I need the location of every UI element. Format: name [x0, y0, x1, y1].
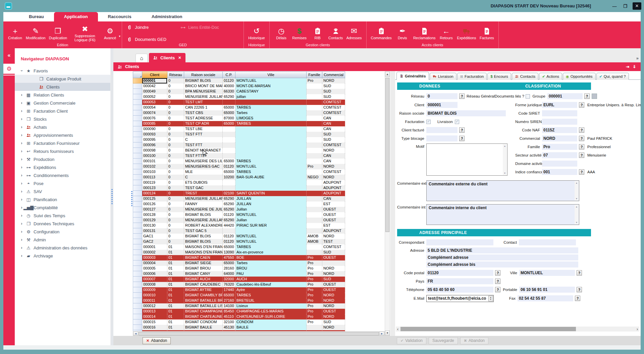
row-selector[interactable]: [133, 137, 142, 142]
sidebar-item-retours-fournisseurs[interactable]: ›↩Retours fournisseurs: [15, 147, 110, 155]
table-row-000093-0[interactable]: 0000930TEST FTTSUD: [133, 132, 346, 137]
sidebar-item-achats[interactable]: ›Achats: [15, 123, 110, 131]
row-selector[interactable]: [133, 207, 142, 212]
tab-overflow-icon[interactable]: »: [636, 56, 638, 61]
scroll-left-icon[interactable]: ‹: [396, 327, 400, 332]
sidebar-item-administration-des-donnees[interactable]: ›⚠Administration des données: [15, 244, 110, 252]
button-commandes[interactable]: Commandes: [369, 26, 393, 40]
table-row-000013-01[interactable]: 00001301BIGMAT CHAMPAGNE-LE85450CHAMPAGN…: [133, 309, 346, 314]
textarea-scrollbar[interactable]: ▲▼: [575, 205, 579, 224]
row-selector[interactable]: [133, 250, 142, 255]
scrollbar-thumb[interactable]: [139, 332, 379, 336]
row-selector[interactable]: [133, 293, 142, 298]
table-row-000004-01[interactable]: 00000401BIGMAT SIEGE65000TarbesPro: [133, 260, 346, 266]
scroll-right-icon[interactable]: ›: [635, 327, 639, 332]
scrollbar-thumb[interactable]: [385, 78, 389, 232]
table-row-000011-01[interactable]: 00001101BIGMAT BATAILLE BRET27160BRETEUI…: [133, 298, 346, 303]
detail-tab-actions[interactable]: ✔Actions: [539, 73, 562, 80]
sidebar-item-admin[interactable]: ›⚒Admin: [15, 236, 110, 244]
groupe-lookup-button[interactable]: ?: [584, 94, 590, 99]
row-selector[interactable]: [133, 185, 142, 191]
numero-siren-field[interactable]: [542, 119, 577, 125]
table-horizontal-scrollbar[interactable]: ◄ ►: [133, 331, 385, 336]
commercial-field[interactable]: NORD: [542, 135, 577, 141]
adresse-ligne1-field[interactable]: 5 BLD DE L'INDUSTRIE: [426, 247, 578, 253]
sidebar-item-facturation-client[interactable]: ›⊞Facturation Client: [15, 107, 110, 115]
sidebar-item-comptabilite[interactable]: ›▂▅▇Comptabilité: [15, 203, 110, 212]
table-row-000003-01[interactable]: 00000301BIGMAT CAEN47550BOEProOUEST: [133, 255, 346, 260]
table-row-000102-0[interactable]: 0001020MENUISERIES GAC01120MONTLUELProNO…: [133, 164, 346, 169]
button-adresses[interactable]: ✉Adresses: [345, 26, 364, 40]
chevron-right-icon[interactable]: ›: [19, 229, 24, 234]
commentaire-ext-textarea[interactable]: Commentaire externe du client ▲▼: [426, 180, 579, 201]
table-row-000098-0[interactable]: 0000980BENOIT MORANDETNORD: [133, 148, 346, 153]
sidebar-item-favoris[interactable]: ›★Favoris: [15, 67, 110, 75]
sidebar-item-facturation-fournisseur[interactable]: ›⊞Facturation Fournisseur: [15, 139, 110, 147]
chevron-right-icon[interactable]: ›: [19, 197, 24, 202]
minimize-button[interactable]: —: [611, 4, 618, 9]
sidebar-item-donnees-techniques[interactable]: ›❒Données Techniques: [15, 220, 110, 228]
sidebar-item-pose[interactable]: ›◓Pose: [15, 179, 110, 187]
close-tab-icon[interactable]: ✕: [178, 56, 181, 60]
tab-home[interactable]: ⌂: [136, 54, 148, 62]
row-selector[interactable]: [133, 89, 142, 94]
chevron-right-icon[interactable]: ›: [19, 221, 24, 226]
email-spinner[interactable]: ▲▼: [488, 296, 493, 301]
sidebar-item-conditionnements[interactable]: ›⊶Conditionnements: [15, 171, 110, 179]
chevron-right-icon[interactable]: ›: [19, 141, 24, 145]
row-selector[interactable]: [133, 325, 142, 330]
code-postal-field[interactable]: 01120: [426, 270, 493, 276]
chevron-right-icon[interactable]: ›: [19, 109, 24, 113]
menu-tab-administration[interactable]: Administration: [142, 12, 193, 21]
scroll-down-icon[interactable]: ▼: [385, 331, 390, 336]
email-field[interactable]: test@test.fr,fhoubert@elcia.co ▲▼: [426, 295, 494, 302]
detail-tab-encours[interactable]: $Encours: [487, 73, 511, 80]
pays-lookup-button[interactable]: ?: [495, 279, 500, 284]
row-selector[interactable]: [133, 223, 142, 228]
pays-field[interactable]: FR: [426, 278, 493, 284]
fax-lookup-button[interactable]: ?: [575, 296, 580, 301]
row-selector[interactable]: [133, 78, 142, 83]
column-header-commercial[interactable]: Commercial: [322, 71, 345, 78]
row-selector[interactable]: [133, 309, 142, 314]
table-row-000052-0[interactable]: 0000520MENUISERIE JUILLAN65290juillanSUD: [133, 94, 346, 100]
chevron-right-icon[interactable]: ›: [19, 133, 24, 137]
detail-tab-livraison[interactable]: Livraison: [430, 73, 457, 80]
sidebar-item-stocks[interactable]: ›❒Stocks: [15, 115, 110, 123]
sidebar-item-archivage[interactable]: ›▰Archivage: [15, 252, 110, 260]
row-selector[interactable]: [133, 105, 142, 110]
panel-horizontal-scrollbar[interactable]: ‹ ›: [396, 327, 639, 332]
button-contacts[interactable]: Contacts: [327, 26, 345, 40]
chevron-right-icon[interactable]: ›: [19, 117, 24, 121]
livraison-checkbox[interactable]: [455, 120, 459, 124]
type-blocage-lookup-button[interactable]: ?: [459, 136, 465, 141]
menu-tab-bureau[interactable]: Bureau: [19, 12, 54, 21]
row-selector[interactable]: [133, 298, 142, 303]
code-postal-lookup-button[interactable]: ?: [495, 270, 500, 276]
row-selector[interactable]: [133, 266, 142, 271]
sidebar-item-production[interactable]: ›⚒Production: [15, 155, 110, 163]
row-selector[interactable]: [133, 228, 142, 234]
chevron-right-icon[interactable]: ›: [19, 173, 24, 178]
secteur-activite-lookup-button[interactable]: ?: [579, 153, 584, 158]
detail-tab-contacts[interactable]: Contacts: [512, 73, 538, 80]
column-header-famille[interactable]: Famille: [307, 71, 322, 78]
sidebar-item-sav[interactable]: ›⚠SAV: [15, 187, 110, 195]
row-selector[interactable]: [133, 126, 142, 132]
code-naf-field[interactable]: 0115Z: [542, 127, 577, 133]
expand-down-icon[interactable]: ⇓: [633, 64, 636, 69]
commentaire-int-textarea[interactable]: Commentaire interne du client ▲▼: [426, 204, 579, 225]
portable-field[interactable]: 06 10 56 91 01: [519, 287, 575, 293]
client-facture-lookup-button[interactable]: ?: [459, 127, 465, 133]
button-historique[interactable]: ↺Historique: [247, 26, 267, 40]
table-row-gac1-0[interactable]: GAC10BIGMAT BLOIS01120MONTLUELAMOBNORD: [133, 234, 346, 239]
table-vertical-scrollbar[interactable]: ▲ ▼: [385, 71, 390, 336]
row-selector[interactable]: [133, 212, 142, 218]
table-row-000101-0[interactable]: 0001010MENUISERIE DES LILAS65000TARBESCA…: [133, 159, 346, 164]
row-selector[interactable]: [133, 244, 142, 250]
sidebar-item-catalogue-produit[interactable]: ❒Catalogue Produit: [15, 75, 110, 83]
telephone-field[interactable]: 05 63 40 50 60: [426, 287, 493, 293]
contact-field[interactable]: [519, 239, 576, 245]
chevron-right-icon[interactable]: ›: [19, 189, 24, 194]
table-row-000096-0[interactable]: 0000960TEST FTTCOMTEST: [133, 142, 346, 148]
